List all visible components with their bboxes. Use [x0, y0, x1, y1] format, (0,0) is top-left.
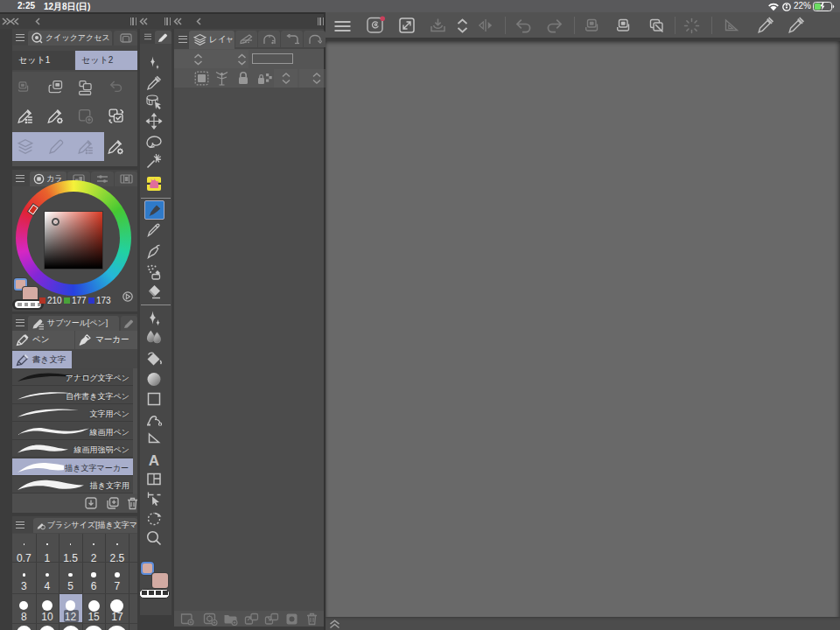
svg-text:A: A	[149, 452, 159, 467]
